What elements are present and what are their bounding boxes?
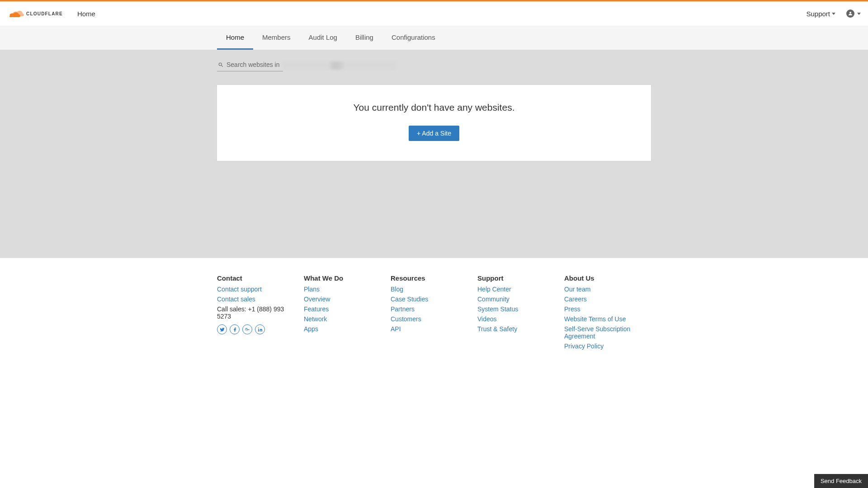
tab-home[interactable]: Home — [217, 26, 253, 50]
header: CLOUDFLARE Home Support — [0, 1, 868, 26]
user-icon — [846, 9, 854, 18]
cloud-icon — [7, 9, 25, 18]
empty-state-message: You currently don't have any websites. — [226, 102, 642, 113]
search-placeholder-prefix: Search websites in — [226, 61, 280, 68]
footer-link[interactable]: API — [391, 325, 468, 333]
twitter-icon[interactable] — [217, 324, 227, 334]
footer-link[interactable]: Our team — [564, 286, 642, 293]
footer-link[interactable]: Careers — [564, 296, 642, 303]
tab-configurations[interactable]: Configurations — [382, 26, 444, 50]
footer-heading: Resources — [391, 274, 468, 282]
footer-link[interactable]: Community — [477, 296, 555, 303]
main-content: Search websites in You currently don't h… — [0, 50, 868, 258]
footer: Contact Contact support Contact sales Ca… — [0, 258, 868, 380]
footer-link[interactable]: Contact sales — [217, 296, 295, 303]
logo-text: CLOUDFLARE — [26, 11, 63, 16]
footer-link[interactable]: Privacy Policy — [564, 343, 642, 350]
footer-col-what-we-do: What We Do Plans Overview Features Netwo… — [304, 274, 391, 352]
search-input[interactable]: Search websites in — [217, 59, 283, 71]
facebook-icon[interactable] — [230, 324, 240, 334]
footer-link[interactable]: Network — [304, 315, 382, 323]
footer-link[interactable]: Videos — [477, 315, 555, 323]
footer-link[interactable]: Help Center — [477, 286, 555, 293]
footer-link[interactable]: Features — [304, 305, 382, 313]
footer-col-contact: Contact Contact support Contact sales Ca… — [217, 274, 304, 352]
footer-link[interactable]: Customers — [391, 315, 468, 323]
chevron-down-icon — [832, 13, 835, 15]
footer-link[interactable]: System Status — [477, 305, 555, 313]
tab-bar: Home Members Audit Log Billing Configura… — [0, 26, 868, 50]
footer-heading: Contact — [217, 274, 295, 282]
footer-link[interactable]: Plans — [304, 286, 382, 293]
footer-col-support: Support Help Center Community System Sta… — [477, 274, 564, 352]
add-site-button[interactable]: + Add a Site — [409, 126, 459, 141]
footer-link[interactable]: Contact support — [217, 286, 295, 293]
footer-link[interactable]: Trust & Safety — [477, 325, 555, 333]
breadcrumb-home[interactable]: Home — [77, 10, 95, 18]
footer-link[interactable]: Website Terms of Use — [564, 315, 642, 323]
search-row: Search websites in — [217, 59, 651, 71]
empty-state-card: You currently don't have any websites. +… — [217, 85, 651, 161]
footer-link[interactable]: Overview — [304, 296, 382, 303]
cloudflare-logo[interactable]: CLOUDFLARE — [7, 9, 63, 18]
tab-members[interactable]: Members — [253, 26, 300, 50]
svg-point-0 — [849, 12, 851, 14]
chevron-down-icon — [857, 13, 861, 15]
google-plus-icon[interactable] — [242, 324, 252, 334]
support-dropdown[interactable]: Support — [806, 10, 835, 18]
footer-col-resources: Resources Blog Case Studies Partners Cus… — [391, 274, 477, 352]
footer-heading: What We Do — [304, 274, 382, 282]
footer-link[interactable]: Partners — [391, 305, 468, 313]
footer-heading: Support — [477, 274, 555, 282]
footer-link[interactable]: Case Studies — [391, 296, 468, 303]
footer-link[interactable]: Apps — [304, 325, 382, 333]
footer-col-about-us: About Us Our team Careers Press Website … — [564, 274, 651, 352]
user-menu-dropdown[interactable] — [846, 9, 861, 18]
footer-heading: About Us — [564, 274, 642, 282]
footer-link[interactable]: Blog — [391, 286, 468, 293]
social-row — [217, 324, 295, 334]
linkedin-icon[interactable] — [255, 324, 265, 334]
footer-link[interactable]: Self-Serve Subscription Agreement — [564, 325, 642, 340]
account-name-redacted — [283, 61, 396, 70]
tab-billing[interactable]: Billing — [346, 26, 382, 50]
search-icon — [218, 62, 224, 68]
footer-sales-phone: Call sales: +1 (888) 993 5273 — [217, 305, 295, 320]
tab-audit-log[interactable]: Audit Log — [300, 26, 346, 50]
footer-link[interactable]: Press — [564, 305, 642, 313]
support-label: Support — [806, 10, 830, 18]
